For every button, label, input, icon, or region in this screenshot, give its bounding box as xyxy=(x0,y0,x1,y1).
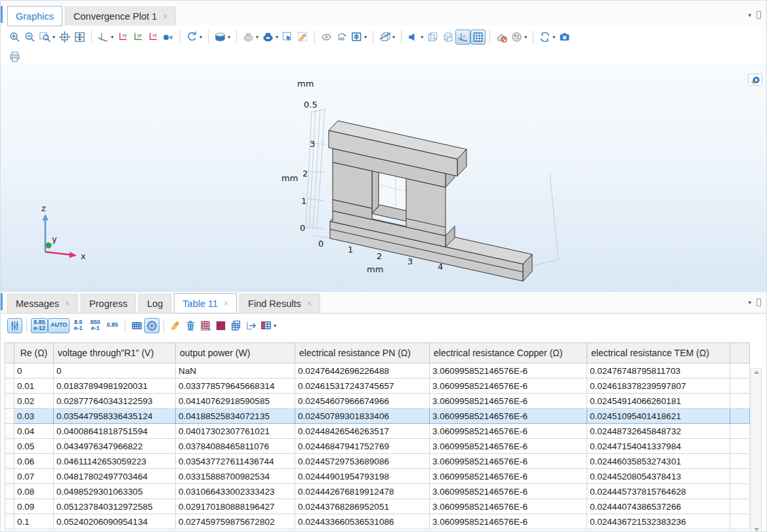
full-precision-button[interactable]: 8.85 e-12 xyxy=(31,318,48,333)
plot-tools-button[interactable] xyxy=(748,73,762,86)
table-cell[interactable]: 0.1 xyxy=(14,514,54,529)
table-cell[interactable]: NaN xyxy=(176,363,295,379)
table-row[interactable]: 0.040.040086418187515940.040173023077610… xyxy=(5,424,750,439)
table-cell[interactable]: 3.060995852146576E-6 xyxy=(430,363,587,379)
table-cell[interactable]: 0.05240206090954134 xyxy=(54,514,176,529)
row-gutter[interactable] xyxy=(5,409,14,424)
table-cell[interactable]: 3.060995852146576E-6 xyxy=(430,409,587,424)
table-cell[interactable]: 0.024618378239597807 xyxy=(587,379,730,394)
tab-convergence-plot-1[interactable]: Convergence Plot 1 × xyxy=(65,7,176,26)
table-cell[interactable]: 0.031066433002333423 xyxy=(176,484,295,499)
chevron-down-icon[interactable]: ▾ xyxy=(392,34,395,40)
table-row[interactable]: 0.060.046111426530592230.035437727611436… xyxy=(5,454,750,469)
table-cell[interactable]: 3.060995852146576E-6 xyxy=(430,424,587,439)
table-cell[interactable]: 0.02448732645848732 xyxy=(587,424,730,439)
clear-selection-button[interactable] xyxy=(295,30,310,45)
table-row[interactable]: 0.080.04985293010633050.0310664330023334… xyxy=(5,484,750,499)
orthographic-button[interactable] xyxy=(425,30,440,45)
column-header[interactable]: Re (Ω) xyxy=(14,343,54,363)
chevron-down-icon[interactable]: ▾ xyxy=(748,299,751,306)
column-header[interactable] xyxy=(730,343,750,363)
table-cell[interactable]: 0.01 xyxy=(14,379,54,394)
table-cell[interactable]: 0.029170180888196427 xyxy=(176,499,295,514)
table-cell[interactable]: 0.01837894981920031 xyxy=(54,379,176,394)
row-gutter[interactable] xyxy=(5,363,14,379)
table-cell[interactable]: 0.024442676819912478 xyxy=(295,484,430,499)
sound-button[interactable] xyxy=(405,30,421,45)
table-cell[interactable]: 0.02446847941752769 xyxy=(295,439,430,454)
export-table-button[interactable] xyxy=(243,318,259,333)
table-cell[interactable]: 0.03315888700982534 xyxy=(176,469,295,484)
table-cell[interactable]: 3.060995852146576E-6 xyxy=(430,439,587,454)
close-icon[interactable]: × xyxy=(224,299,228,308)
chevron-down-icon[interactable]: ▾ xyxy=(228,34,230,40)
zoom-in-button[interactable] xyxy=(7,30,22,45)
clip-plane-button[interactable] xyxy=(377,30,392,45)
table-cell[interactable]: 3.060995852146576E-6 xyxy=(430,394,587,409)
hide-objects-button[interactable] xyxy=(319,30,334,45)
chevron-down-icon[interactable]: ▾ xyxy=(256,34,259,40)
column-header[interactable]: output power (W) xyxy=(176,343,295,363)
chevron-down-icon[interactable]: ▾ xyxy=(421,34,423,40)
table-cell[interactable]: 0.02450789301833406 xyxy=(295,409,430,424)
table-cell[interactable]: 0.04 xyxy=(14,424,54,439)
table-graph-button[interactable] xyxy=(259,318,274,333)
scientific-notation-button[interactable]: 8.5 e-1 xyxy=(70,318,87,333)
table-cell[interactable]: 0.04188525834072135 xyxy=(176,409,295,424)
model-geometry[interactable] xyxy=(329,119,532,283)
table-cell[interactable]: 3.060995852146576E-6 xyxy=(430,469,587,484)
table-cell[interactable]: 0.0434976347966822 xyxy=(54,439,176,454)
table-cell[interactable]: 0 xyxy=(14,363,54,379)
row-gutter[interactable] xyxy=(5,424,14,439)
scroll-up-icon[interactable] xyxy=(754,371,759,374)
environment-reflections-button[interactable] xyxy=(260,30,276,45)
chevron-down-icon[interactable]: ▾ xyxy=(276,34,278,40)
table-cell[interactable]: 0.051237840312972585 xyxy=(54,499,176,514)
row-gutter[interactable] xyxy=(5,454,14,469)
chevron-down-icon[interactable]: ▾ xyxy=(552,34,555,40)
plot-table-button[interactable] xyxy=(198,318,213,333)
row-gutter[interactable] xyxy=(5,394,14,409)
transparency-button[interactable] xyxy=(334,30,349,45)
close-icon[interactable]: × xyxy=(307,299,312,308)
dock-icon[interactable] xyxy=(757,11,761,19)
table-preferences-button[interactable] xyxy=(144,318,159,333)
graphics-canvas[interactable]: mm 0.5 3 2 mm 1 0 0 1 2 3 4 mm z y xyxy=(1,65,766,291)
table-cell[interactable]: 0.04017302307761021 xyxy=(176,424,295,439)
tab-messages[interactable]: Messages × xyxy=(7,294,78,313)
material-color-button[interactable] xyxy=(509,30,524,45)
table-cell[interactable]: 0.02445208054378413 xyxy=(587,469,730,484)
table-cell[interactable]: 0.05 xyxy=(14,439,54,454)
tab-graphics[interactable]: Graphics xyxy=(7,6,62,26)
scroll-down-icon[interactable] xyxy=(754,528,759,531)
remove-highlights-button[interactable] xyxy=(494,30,509,45)
results-table[interactable]: Re (Ω)voltage through”R1” (V)output powe… xyxy=(5,342,750,529)
table-cell[interactable]: 3.060995852146576E-6 xyxy=(430,379,587,394)
delete-table-button[interactable] xyxy=(183,318,198,333)
select-box-button[interactable] xyxy=(280,30,295,45)
table-cell[interactable]: 0.024433660536531086 xyxy=(295,514,430,529)
zoom-out-button[interactable] xyxy=(22,30,37,45)
chevron-down-icon[interactable]: ▾ xyxy=(524,34,527,40)
table-cell[interactable]: 3.060995852146576E-6 xyxy=(430,514,587,529)
table-cell[interactable]: 3.060995852146576E-6 xyxy=(430,484,587,499)
table-cell[interactable]: 0.024436721532383236 xyxy=(587,514,730,529)
perspective-button[interactable] xyxy=(440,30,455,45)
clear-table-button[interactable] xyxy=(168,318,183,333)
table-cell[interactable]: 0.07 xyxy=(14,469,54,484)
table-cell[interactable]: 0.0498529301063305 xyxy=(54,484,176,499)
column-header[interactable]: voltage through”R1” (V) xyxy=(54,343,176,363)
chevron-down-icon[interactable]: ▾ xyxy=(111,34,114,40)
row-gutter[interactable] xyxy=(5,514,14,529)
column-header[interactable]: electrical resistance TEM (Ω) xyxy=(587,343,730,363)
row-gutter[interactable] xyxy=(5,379,14,394)
table-cell[interactable]: 0.027459759875672802 xyxy=(176,514,295,529)
chevron-down-icon[interactable]: ▾ xyxy=(364,34,367,40)
tab-log[interactable]: Log xyxy=(138,294,171,313)
table-cell[interactable]: 0.09 xyxy=(14,499,54,514)
table-scrollbar[interactable] xyxy=(751,368,762,532)
image-popup-button[interactable] xyxy=(349,30,364,45)
table-cell[interactable]: 0.024445737815764628 xyxy=(587,484,730,499)
row-gutter[interactable] xyxy=(5,499,14,514)
table-row[interactable]: 00NaN0.024764426962264883.06099585214657… xyxy=(5,363,750,379)
